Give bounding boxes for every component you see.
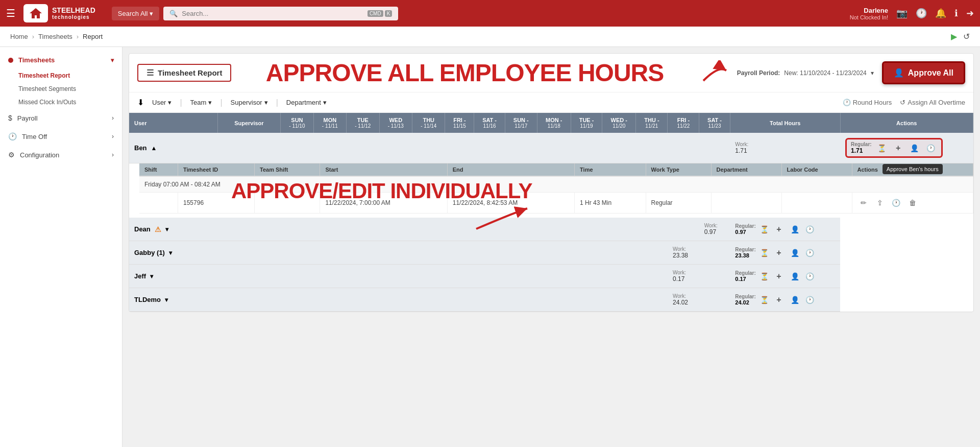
dean-supervisor-cell: [217, 218, 281, 241]
ben-fri2: [668, 133, 699, 163]
supervisor-filter-button[interactable]: Supervisor ▾: [231, 99, 268, 106]
download-icon[interactable]: ⬇: [137, 98, 144, 107]
dean-hourglass-icon[interactable]: ⏳: [760, 225, 769, 233]
jeff-expand-chevron[interactable]: ▾: [150, 273, 153, 280]
sidebar-item-configuration[interactable]: ⚙ Configuration ›: [0, 146, 122, 164]
clock-icon[interactable]: 🕐: [916, 8, 927, 19]
jeff-actions-cell: Regular: 0.17 ⏳ + 👤 🕐: [730, 265, 840, 288]
user-info: Darlene Not Clocked In!: [850, 7, 888, 20]
tldemo-add-icon[interactable]: +: [773, 294, 785, 306]
logo-area: STEELHEAD technologies: [23, 4, 95, 22]
share-icon[interactable]: ⇪: [874, 197, 886, 209]
dean-approve-icon[interactable]: 👤: [789, 223, 801, 236]
ben-fri1: [445, 133, 474, 163]
search-input[interactable]: [182, 10, 363, 17]
sidebar-item-payroll[interactable]: $ Payroll ›: [0, 109, 122, 127]
play-icon[interactable]: ▶: [951, 32, 957, 41]
round-hours-button[interactable]: 🕐 Round Hours: [843, 99, 892, 106]
ben-expand-chevron[interactable]: ▲: [151, 145, 157, 152]
department-filter-button[interactable]: Department ▾: [286, 99, 327, 106]
dean-clock-icon[interactable]: 🕐: [805, 225, 814, 233]
cmd-key: CMD: [368, 10, 383, 17]
th-wed2: WED -11/20: [602, 113, 636, 133]
tldemo-clock-icon[interactable]: 🕐: [805, 296, 814, 304]
jeff-regular: Regular: 0.17: [735, 270, 756, 282]
sub-th-work-type: Work Type: [646, 163, 711, 176]
jeff-supervisor-cell: [217, 265, 281, 288]
edit-icon[interactable]: ✏: [857, 197, 870, 209]
ben-hourglass-icon[interactable]: ⏳: [876, 142, 888, 154]
ben-approve-icon[interactable]: 👤: [909, 142, 921, 154]
gabby-hourglass-icon[interactable]: ⏳: [760, 249, 769, 257]
warning-icon-dean: ⚠: [155, 225, 161, 233]
info-icon[interactable]: ℹ: [954, 8, 958, 19]
gabby-expand-chevron[interactable]: ▾: [169, 249, 172, 256]
logout-icon[interactable]: ➜: [966, 8, 974, 19]
logo-text: STEELHEAD technologies: [52, 6, 95, 21]
dean-expand-chevron[interactable]: ▾: [165, 226, 168, 233]
jeff-add-icon[interactable]: +: [773, 270, 785, 283]
ben-sun2: [505, 133, 537, 163]
ben-actions-cell: Regular: 1.71 ⏳ + 👤 🕐 Approve Ben's ho: [840, 133, 973, 163]
tldemo-actions-cell: Regular: 24.02 ⏳ + 👤 🕐: [730, 288, 840, 312]
payroll-period-chevron[interactable]: ▾: [871, 69, 874, 77]
th-wed1: WED- 11/13: [379, 113, 412, 133]
dean-add-icon[interactable]: +: [773, 223, 785, 236]
history-icon[interactable]: 🕐: [890, 197, 902, 209]
ben-wed1: [379, 133, 412, 163]
breadcrumb-timesheets[interactable]: Timesheets: [38, 33, 72, 40]
sidebar-item-missed-clock[interactable]: Missed Clock In/Outs: [0, 96, 122, 109]
timesheet-id-cell: 155796: [178, 193, 255, 214]
th-mon1: MON- 11/11: [313, 113, 346, 133]
user-row-jeff: Jeff ▾ Work: 0.17: [129, 265, 973, 288]
department-cell: [711, 193, 781, 214]
tldemo-approve-icon[interactable]: 👤: [789, 294, 801, 306]
ben-thu2: [636, 133, 668, 163]
jeff-hourglass-icon[interactable]: ⏳: [760, 272, 769, 280]
sidebar-item-timesheets[interactable]: Timesheets ▾: [0, 51, 122, 69]
user-row-gabby: Gabby (1) ▾ Work: 23.38: [129, 241, 973, 265]
payroll-period: Payroll Period: New: 11/10/2024 - 11/23/…: [737, 69, 874, 77]
breadcrumb-home[interactable]: Home: [10, 33, 28, 40]
ben-add-icon[interactable]: +: [892, 142, 904, 154]
keyboard-shortcut-hint: CMD K: [368, 10, 392, 17]
shift-date-row-1: Friday 07:00 AM - 08:42 AM: [139, 176, 973, 193]
gabby-add-icon[interactable]: +: [773, 247, 785, 259]
hamburger-menu[interactable]: ☰: [6, 7, 15, 19]
team-filter-button[interactable]: Team ▾: [190, 99, 212, 106]
gabby-name-label: Gabby (1): [134, 249, 165, 256]
sidebar: Timesheets ▾ Timesheet Report Timesheet …: [0, 47, 122, 447]
camera-icon[interactable]: 📷: [896, 8, 908, 19]
sidebar-item-timesheet-report[interactable]: Timesheet Report: [0, 69, 122, 82]
gabby-approve-icon[interactable]: 👤: [789, 247, 801, 259]
tldemo-name-cell: TLDemo ▾: [129, 288, 217, 312]
delete-icon[interactable]: 🗑: [906, 197, 919, 209]
ben-sat2: [699, 133, 730, 163]
search-all-button[interactable]: Search All ▾: [112, 7, 160, 20]
jeff-clock-icon[interactable]: 🕐: [805, 272, 814, 280]
shift-date-label: Friday 07:00 AM - 08:42 AM: [139, 176, 973, 193]
gabby-clock-icon[interactable]: 🕐: [805, 249, 814, 257]
end-cell: 11/22/2024, 8:42:53 AM: [447, 193, 574, 214]
approve-all-annotation: APPROVE ALL EMPLOYEE HOURS: [239, 59, 690, 87]
refresh-icon[interactable]: ↺: [963, 32, 970, 41]
assign-overtime-button[interactable]: ↺ Assign All Overtime: [900, 99, 965, 106]
jeff-approve-icon[interactable]: 👤: [789, 270, 801, 283]
sidebar-item-time-off[interactable]: 🕐 Time Off ›: [0, 127, 122, 146]
gear-icon: ⚙: [8, 151, 15, 159]
ben-name-label: Ben: [134, 144, 147, 152]
tldemo-hourglass-icon[interactable]: ⏳: [760, 296, 769, 304]
gabby-regular: Regular: 23.38: [735, 247, 756, 258]
sub-th-department: Department: [711, 163, 781, 176]
user-name: Darlene: [850, 7, 888, 14]
bell-icon[interactable]: 🔔: [935, 8, 946, 19]
gabby-supervisor-cell: [217, 241, 281, 265]
search-area: Search All ▾ 🔍 CMD K: [112, 7, 399, 20]
department-filter-chevron: ▾: [323, 99, 327, 106]
ben-clock-icon[interactable]: 🕐: [925, 142, 937, 154]
tldemo-expand-chevron[interactable]: ▾: [165, 296, 168, 303]
sidebar-item-timesheet-segments[interactable]: Timesheet Segments: [0, 82, 122, 96]
approve-all-button[interactable]: 👤 Approve All: [882, 61, 965, 84]
dean-work-label: Work:: [704, 223, 725, 228]
user-filter-button[interactable]: User ▾: [152, 99, 172, 106]
